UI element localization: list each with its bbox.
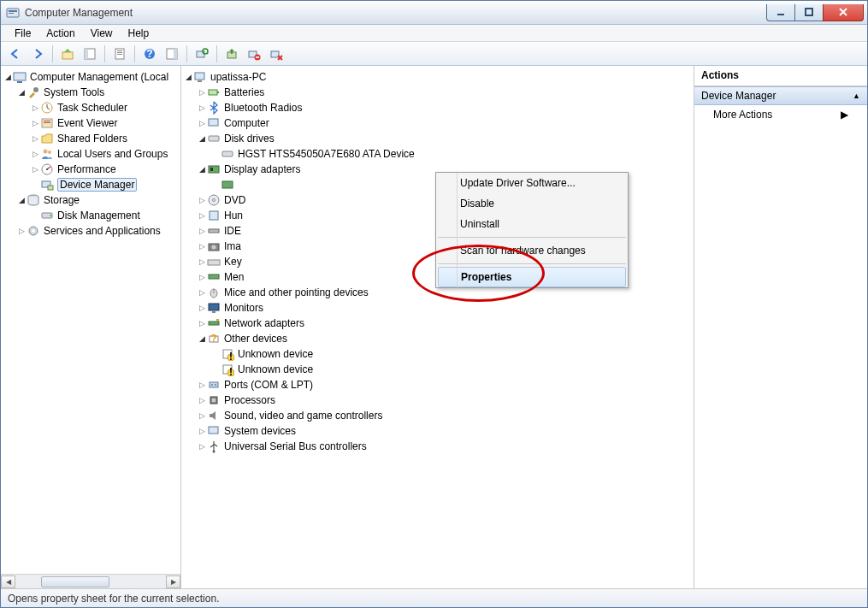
expand-icon[interactable]: ▷ xyxy=(197,273,207,281)
expand-icon[interactable]: ▷ xyxy=(30,134,40,143)
tree-event-viewer[interactable]: ▷ Event Viewer xyxy=(30,115,180,131)
svg-text:!: ! xyxy=(229,366,233,376)
expand-icon[interactable]: ▷ xyxy=(197,257,207,266)
properties-button[interactable] xyxy=(110,44,129,63)
tree-shared-folders[interactable]: ▷ Shared Folders xyxy=(30,131,180,146)
actions-more-actions[interactable]: More Actions ▶ xyxy=(694,105,867,124)
expand-icon[interactable]: ▷ xyxy=(30,119,40,127)
expand-icon[interactable]: ▷ xyxy=(197,119,207,127)
expand-icon[interactable]: ▷ xyxy=(197,211,207,220)
expand-icon[interactable]: ▷ xyxy=(16,227,27,235)
device-batteries[interactable]: ▷Batteries xyxy=(197,85,694,100)
ctx-uninstall[interactable]: Uninstall xyxy=(436,214,628,234)
device-processors[interactable]: ▷Processors xyxy=(197,393,694,408)
update-driver-button[interactable] xyxy=(222,44,241,63)
device-sound[interactable]: ▷Sound, video and game controllers xyxy=(197,408,694,423)
tree-system-tools[interactable]: ◢ System Tools xyxy=(16,85,180,100)
tree-task-scheduler[interactable]: ▷ Task Scheduler xyxy=(30,100,180,115)
disk-icon xyxy=(207,132,221,145)
show-hide-tree-button[interactable] xyxy=(80,44,99,63)
scroll-thumb[interactable] xyxy=(41,576,109,587)
other-devices-icon: ? xyxy=(207,332,221,345)
collapse-icon[interactable]: ▲ xyxy=(853,91,860,100)
tree-label: Task Scheduler xyxy=(57,102,127,114)
expand-icon[interactable]: ▷ xyxy=(197,319,207,328)
expand-icon[interactable]: ▷ xyxy=(197,103,207,112)
expand-icon[interactable]: ▷ xyxy=(197,411,207,420)
disable-device-button[interactable] xyxy=(245,44,263,63)
tree-root[interactable]: ◢ Computer Management (Local xyxy=(3,69,180,85)
expand-icon[interactable]: ▷ xyxy=(197,288,207,297)
menu-help[interactable]: Help xyxy=(121,26,156,41)
expand-icon[interactable]: ▷ xyxy=(197,242,207,251)
expand-icon[interactable]: ▷ xyxy=(197,88,207,97)
device-unknown[interactable]: ▷!Unknown device xyxy=(210,362,694,377)
device-bluetooth[interactable]: ▷Bluetooth Radios xyxy=(197,100,694,115)
expand-icon[interactable]: ▷ xyxy=(197,442,207,451)
menu-file[interactable]: File xyxy=(8,26,38,41)
expand-icon[interactable]: ▷ xyxy=(197,396,207,404)
expand-icon[interactable]: ▷ xyxy=(197,381,207,389)
tree-performance[interactable]: ▷ Performance xyxy=(30,162,180,177)
console-tree[interactable]: ◢ Computer Management (Local ◢ System To… xyxy=(1,69,180,574)
device-disk-model[interactable]: ▷HGST HTS545050A7E680 ATA Device xyxy=(210,146,694,162)
expand-icon[interactable]: ▷ xyxy=(197,304,207,312)
expand-icon[interactable]: ▷ xyxy=(30,165,40,174)
expand-icon[interactable]: ◢ xyxy=(3,73,13,81)
tree-disk-management[interactable]: ▷ Disk Management xyxy=(30,208,180,223)
device-network[interactable]: ▷Network adapters xyxy=(197,316,694,331)
expand-icon[interactable]: ▷ xyxy=(197,227,207,235)
forward-button[interactable] xyxy=(28,44,47,63)
device-monitors[interactable]: ▷Monitors xyxy=(197,300,694,316)
tree-storage[interactable]: ◢ Storage xyxy=(16,192,180,208)
device-other[interactable]: ◢?Other devices xyxy=(197,331,694,346)
tree-device-manager[interactable]: ▷ Device Manager xyxy=(30,177,180,192)
ctx-scan[interactable]: Scan for hardware changes xyxy=(436,240,628,261)
uninstall-device-button[interactable] xyxy=(267,44,286,63)
expand-icon[interactable]: ◢ xyxy=(16,196,27,204)
close-button[interactable] xyxy=(823,4,864,21)
device-disk-drives[interactable]: ◢Disk drives xyxy=(197,131,694,146)
toolbar-separator xyxy=(134,45,135,62)
expand-icon[interactable]: ◢ xyxy=(197,334,207,343)
maximize-button[interactable] xyxy=(794,4,824,21)
ctx-disable[interactable]: Disable xyxy=(436,193,628,214)
device-root[interactable]: ◢ upatissa-PC xyxy=(183,69,694,85)
scroll-track[interactable] xyxy=(15,576,166,588)
device-computer[interactable]: ▷Computer xyxy=(197,115,694,131)
svg-point-53 xyxy=(213,199,216,202)
tree-local-users[interactable]: ▷ Local Users and Groups xyxy=(30,146,180,162)
ctx-update-driver[interactable]: Update Driver Software... xyxy=(436,173,628,193)
tree-services-apps[interactable]: ▷ Services and Applications xyxy=(16,223,180,239)
svg-point-39 xyxy=(50,215,51,216)
expand-icon[interactable]: ▷ xyxy=(30,150,40,158)
back-button[interactable] xyxy=(6,44,25,63)
ctx-properties[interactable]: Properties xyxy=(438,267,626,287)
display-adapter-icon xyxy=(207,162,221,176)
device-ports[interactable]: ▷Ports (COM & LPT) xyxy=(197,377,694,393)
svg-point-75 xyxy=(211,384,213,386)
expand-icon[interactable]: ▷ xyxy=(197,196,207,204)
svg-rect-10 xyxy=(117,52,122,53)
scan-hardware-button[interactable] xyxy=(192,44,211,63)
device-system[interactable]: ▷System devices xyxy=(197,423,694,439)
minimize-button[interactable] xyxy=(766,4,795,21)
device-unknown[interactable]: ▷!Unknown device xyxy=(210,346,694,362)
menu-view[interactable]: View xyxy=(84,26,120,41)
expand-icon[interactable]: ▷ xyxy=(30,103,40,112)
actions-section-header[interactable]: Device Manager ▲ xyxy=(694,86,867,105)
help-button[interactable]: ? xyxy=(140,44,159,63)
scroll-left-button[interactable]: ◀ xyxy=(1,576,15,588)
device-usb[interactable]: ▷Universal Serial Bus controllers xyxy=(197,439,694,454)
expand-icon[interactable]: ▷ xyxy=(197,427,207,435)
expand-icon[interactable]: ◢ xyxy=(197,134,207,143)
scroll-right-button[interactable]: ▶ xyxy=(166,576,180,588)
left-scrollbar-horizontal[interactable]: ◀ ▶ xyxy=(1,574,180,588)
expand-icon[interactable]: ◢ xyxy=(197,165,207,174)
expand-icon[interactable]: ◢ xyxy=(16,88,27,97)
expand-icon[interactable]: ◢ xyxy=(183,73,193,81)
menu-action[interactable]: Action xyxy=(39,26,81,41)
toolbar-separator xyxy=(104,45,105,62)
up-button[interactable] xyxy=(58,44,77,63)
show-hide-action-pane-button[interactable] xyxy=(162,44,181,63)
